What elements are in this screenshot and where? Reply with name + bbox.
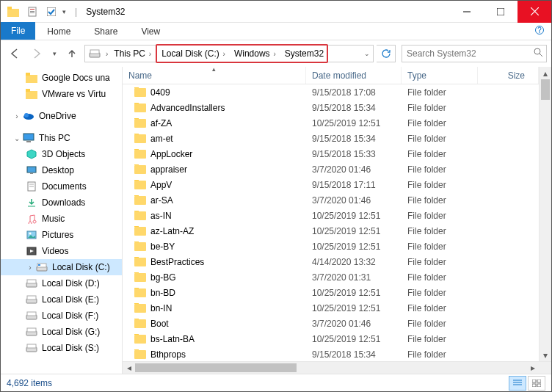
nav-item[interactable]: 3D Objects (1, 146, 122, 162)
file-date: 9/15/2018 15:33 (306, 149, 402, 159)
table-row[interactable]: AppLocker 9/15/2018 15:33 File folder (123, 146, 539, 161)
file-tab[interactable]: File (1, 22, 35, 40)
table-row[interactable]: bs-Latn-BA 10/25/2019 12:51 File folder (123, 331, 539, 346)
table-row[interactable]: ar-SA 3/7/2020 01:46 File folder (123, 192, 539, 208)
expand-icon[interactable]: › (26, 264, 34, 272)
refresh-button[interactable] (377, 45, 396, 62)
details-view-button[interactable] (509, 376, 526, 391)
chevron-right-icon[interactable]: › (270, 50, 277, 58)
address-dropdown-icon[interactable]: ⌄ (361, 50, 373, 57)
qat-dropdown-icon[interactable]: ▾ (62, 8, 66, 15)
ribbon-help-icon[interactable] (528, 23, 551, 40)
table-row[interactable]: af-ZA 10/25/2019 12:51 File folder (123, 115, 539, 131)
vertical-scrollbar[interactable]: ▴ ▾ (539, 67, 551, 361)
expand-icon[interactable]: › (12, 112, 21, 120)
recent-dropdown-icon[interactable]: ▾ (49, 44, 59, 63)
table-row[interactable]: 0409 9/15/2018 17:08 File folder (123, 84, 539, 100)
chevron-right-icon[interactable]: › (145, 50, 153, 58)
breadcrumb-highlight: Local Disk (C:) › Windows › System32 (156, 44, 328, 63)
close-button[interactable] (518, 1, 551, 23)
file-date: 3/7/2020 01:31 (306, 272, 402, 283)
folder-icon (134, 134, 146, 143)
qat-properties-icon[interactable] (24, 4, 40, 20)
nav-item[interactable]: Local Disk (D:) (1, 275, 122, 291)
scrollbar-thumb[interactable] (541, 79, 550, 100)
column-name[interactable]: Name ▴ (123, 67, 306, 84)
breadcrumb-drive[interactable]: Local Disk (C:) › (157, 46, 230, 62)
share-tab[interactable]: Share (82, 23, 129, 40)
table-row[interactable]: AppV 9/15/2018 17:11 File folder (123, 177, 539, 192)
search-input[interactable] (405, 48, 523, 59)
thumbnails-view-button[interactable] (528, 376, 545, 391)
table-row[interactable]: BestPractices 4/14/2020 13:32 File folde… (123, 254, 539, 269)
nav-item[interactable]: Videos (1, 243, 122, 259)
file-name: be-BY (150, 242, 175, 252)
nav-quick-item[interactable]: Google Docs una (1, 70, 122, 86)
view-tab[interactable]: View (129, 23, 172, 40)
nav-thispc[interactable]: ⌄This PC (1, 130, 122, 146)
maximize-button[interactable] (484, 1, 518, 23)
table-row[interactable]: bn-IN 10/25/2019 12:51 File folder (123, 300, 539, 316)
nav-item[interactable]: Local Disk (F:) (1, 308, 122, 324)
disk-icon (36, 261, 48, 273)
table-row[interactable]: az-Latn-AZ 10/25/2019 12:51 File folder (123, 223, 539, 239)
status-bar: 4,692 items (1, 374, 551, 391)
column-size[interactable]: Size (478, 67, 539, 84)
chevron-right-icon[interactable]: › (219, 50, 227, 58)
table-row[interactable]: as-IN 10/25/2019 12:51 File folder (123, 208, 539, 223)
scroll-left-icon[interactable]: ◂ (123, 362, 135, 374)
disk-icon (26, 277, 37, 289)
file-date: 10/25/2019 12:51 (306, 242, 402, 252)
breadcrumb-label: Windows (234, 48, 270, 59)
horizontal-scrollbar[interactable]: ◂ ▸ (123, 362, 539, 374)
file-rows: 0409 9/15/2018 17:08 File folder Advance… (123, 84, 539, 361)
breadcrumb-thispc[interactable]: This PC › (109, 46, 156, 62)
svg-rect-45 (27, 344, 36, 348)
up-button[interactable] (62, 44, 81, 63)
table-row[interactable]: be-BY 10/25/2019 12:51 File folder (123, 239, 539, 254)
nav-item[interactable]: Desktop (1, 162, 122, 178)
file-type: File folder (402, 319, 478, 329)
breadcrumb-system32[interactable]: System32 (280, 46, 327, 62)
nav-label: Local Disk (F:) (42, 311, 98, 321)
home-tab[interactable]: Home (35, 23, 82, 40)
scroll-up-icon[interactable]: ▴ (540, 67, 551, 79)
search-box[interactable] (402, 45, 547, 62)
file-type: File folder (402, 272, 478, 283)
column-date[interactable]: Date modified (306, 67, 402, 84)
qat-checkbox-icon[interactable] (43, 4, 59, 20)
svg-rect-1 (7, 7, 12, 10)
nav-item[interactable]: ›Local Disk (C:) (1, 259, 122, 275)
address-bar[interactable]: › This PC › Local Disk (C:) › Windows › … (84, 45, 374, 62)
nav-item[interactable]: Pictures (1, 227, 122, 243)
nav-item[interactable]: Downloads (1, 195, 122, 211)
nav-onedrive[interactable]: ›OneDrive (1, 108, 122, 124)
nav-item[interactable]: Local Disk (S:) (1, 340, 122, 356)
table-row[interactable]: am-et 9/15/2018 15:34 File folder (123, 131, 539, 146)
scrollbar-thumb[interactable] (135, 363, 297, 372)
breadcrumb-windows[interactable]: Windows › (230, 46, 280, 62)
nav-item[interactable]: Music (1, 211, 122, 227)
minimize-button[interactable] (450, 1, 484, 23)
nav-item[interactable]: Local Disk (G:) (1, 324, 122, 340)
table-row[interactable]: bg-BG 3/7/2020 01:31 File folder (123, 269, 539, 285)
collapse-icon[interactable]: ⌄ (12, 134, 21, 142)
svg-rect-3 (30, 9, 34, 10)
column-type[interactable]: Type (402, 67, 478, 84)
table-row[interactable]: appraiser 3/7/2020 01:46 File folder (123, 161, 539, 177)
scroll-down-icon[interactable]: ▾ (540, 349, 551, 361)
nav-quick-item[interactable]: VMware vs Virtu (1, 86, 122, 102)
table-row[interactable]: bn-BD 10/25/2019 12:51 File folder (123, 285, 539, 300)
table-row[interactable]: Bthprops 9/15/2018 15:34 File folder (123, 346, 539, 361)
table-row[interactable]: Boot 3/7/2020 01:46 File folder (123, 316, 539, 331)
folder-icon (134, 211, 146, 220)
search-icon[interactable] (534, 48, 543, 59)
table-row[interactable]: AdvancedInstallers 9/15/2018 15:34 File … (123, 100, 539, 115)
nav-item[interactable]: Documents (1, 178, 122, 195)
scroll-right-icon[interactable]: ▸ (526, 362, 539, 374)
chevron-right-icon[interactable]: › (104, 50, 109, 58)
file-date: 9/15/2018 17:08 (306, 87, 402, 98)
forward-button[interactable] (27, 44, 46, 63)
back-button[interactable] (5, 44, 24, 63)
nav-item[interactable]: Local Disk (E:) (1, 291, 122, 308)
